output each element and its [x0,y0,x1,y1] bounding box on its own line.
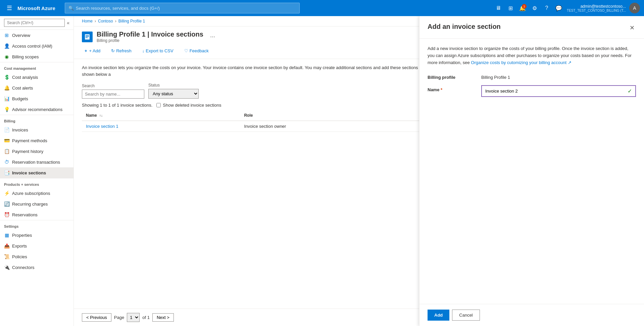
show-deleted-text: Show deleted invoice sections [163,103,221,108]
sidebar-search-input[interactable] [4,19,65,27]
top-navigation: ☰ Microsoft Azure 🔍 🖥 ⊞ 🔔 1 ⚙ ? 💬 admin@… [0,0,644,16]
input-check-icon: ✓ [628,88,632,94]
billing-profile-value: Billing Profile 1 [481,73,510,80]
sidebar-item-overview[interactable]: ⊞ Overview [0,30,73,41]
sidebar-item-cost-analysis[interactable]: 💲 Cost analysis [0,72,73,83]
required-marker: * [441,87,442,92]
export-csv-button[interactable]: ↓ Export to CSV [140,47,176,55]
search-filter-label: Search [82,84,144,88]
sidebar-item-connectors[interactable]: 🔌 Connectors [0,262,73,273]
nav-icons: 🖥 ⊞ 🔔 1 ⚙ ? 💬 admin@testtestcontoso... T… [493,3,640,13]
invoice-sections-icon: 📑 [4,170,9,175]
status-filter-select[interactable]: Any status Active Disabled Deleted [148,89,199,99]
sidebar-item-label: Budgets [12,96,28,101]
sidebar-item-label: Recurring charges [12,202,48,207]
hamburger-menu[interactable]: ☰ [4,3,15,13]
settings-icon[interactable]: ⚙ [529,3,540,13]
sidebar-item-payment-methods[interactable]: 💳 Payment methods [0,135,73,146]
page-subtitle: Billing profile [97,38,203,43]
payment-methods-icon: 💳 [4,138,9,143]
notification-badge: 1 [522,4,527,9]
feedback-button[interactable]: ♡ Feedback [182,47,211,55]
col-role: Role [240,110,435,121]
refresh-button[interactable]: ↻ Refresh [108,47,134,55]
feedback-icon[interactable]: 💬 [553,3,564,13]
sidebar-collapse-icon[interactable]: « [67,20,69,25]
show-deleted-label[interactable]: Show deleted invoice sections [156,103,221,108]
panel-description-link[interactable]: Organize costs by cutomizing your billin… [471,60,571,65]
reservations-icon: ⏰ [4,212,9,217]
sidebar-item-label: Connectors [12,265,34,270]
name-field: Name * ✓ [428,85,636,97]
global-search-input[interactable] [76,6,296,11]
sidebar-item-label: Exports [12,243,27,249]
name-search-input[interactable] [82,90,144,99]
name-input[interactable] [485,89,628,94]
sidebar-item-reservations[interactable]: ⏰ Reservations [0,209,73,220]
main-layout: « ⊞ Overview 👤 Access control (IAM) ◉ Bi… [0,16,644,326]
billing-profile-field: Billing profile Billing Profile 1 [428,73,636,80]
status-filter-label: Status [148,83,199,88]
sidebar-item-label: Invoice sections [12,170,46,175]
cloud-shell-icon[interactable]: 🖥 [493,3,504,13]
panel-add-button[interactable]: Add [428,310,449,321]
sidebar-item-invoices[interactable]: 📄 Invoices [0,124,73,135]
panel-body: Add a new invoice section to organize th… [419,39,644,304]
feedback-icon: ♡ [184,48,188,53]
show-deleted-checkbox[interactable] [156,103,161,107]
policies-icon: 📜 [4,254,9,259]
sidebar-item-properties[interactable]: ▦ Properties [0,230,73,240]
next-button[interactable]: Next > [152,313,174,322]
sidebar-item-advisor[interactable]: 💡 Advisor recommendations [0,104,73,115]
help-icon[interactable]: ? [541,3,552,13]
sidebar: « ⊞ Overview 👤 Access control (IAM) ◉ Bi… [0,16,74,326]
sidebar-item-policies[interactable]: 📜 Policies [0,251,73,262]
sidebar-item-cost-alerts[interactable]: 🔔 Cost alerts [0,83,73,93]
notifications-icon[interactable]: 🔔 1 [517,3,528,13]
panel-header: Add an invoice section ✕ [419,16,644,39]
invoices-icon: 📄 [4,127,9,132]
add-icon: + [85,48,87,53]
sidebar-item-label: Azure subscriptions [12,191,50,196]
global-search-bar[interactable]: 🔍 [65,3,300,13]
cost-analysis-icon: 💲 [4,74,9,80]
sidebar-item-payment-history[interactable]: 📋 Payment history [0,146,73,157]
add-button[interactable]: + + Add [82,47,103,55]
iam-icon: 👤 [4,43,9,49]
sidebar-item-billing-scopes[interactable]: ◉ Billing scopes [0,51,73,62]
sidebar-item-invoice-sections[interactable]: 📑 Invoice sections [0,167,73,178]
page-title: Billing Profile 1 | Invoice sections [97,31,203,38]
breadcrumb-contoso[interactable]: Contoso [98,19,113,23]
reservation-transactions-icon: ⏱ [4,159,9,165]
recurring-charges-icon: 🔄 [4,201,9,207]
col-name[interactable]: Name ↑↓ [82,110,240,121]
panel-close-button[interactable]: ✕ [628,23,636,33]
sidebar-item-label: Payment history [12,149,43,154]
invoice-icon [84,34,91,40]
search-icon: 🔍 [68,6,74,11]
sidebar-item-exports[interactable]: 📤 Exports [0,240,73,251]
breadcrumb-billing-profile[interactable]: Billing Profile 1 [118,19,145,23]
user-name: admin@testtestcontoso... [580,4,626,9]
sidebar-item-budgets[interactable]: 📊 Budgets [0,93,73,104]
breadcrumb-home[interactable]: Home [82,19,93,23]
directory-icon[interactable]: ⊞ [505,3,516,13]
sidebar-item-reservation-transactions[interactable]: ⏱ Reservation transactions [0,157,73,167]
user-avatar[interactable]: A [629,3,640,13]
of-pages-text: of 1 [142,315,150,320]
sidebar-item-iam[interactable]: 👤 Access control (IAM) [0,41,73,51]
sidebar-item-recurring-charges[interactable]: 🔄 Recurring charges [0,199,73,209]
svg-rect-0 [85,34,90,40]
previous-button[interactable]: < Previous [82,313,111,322]
sidebar-item-label: Policies [12,254,27,259]
row-name-cell: Invoice section 1 [82,121,240,132]
page-more-icon[interactable]: ··· [210,33,215,40]
breadcrumb-sep1: › [95,19,96,23]
invoice-section-link[interactable]: Invoice section 1 [86,124,118,129]
connectors-icon: 🔌 [4,265,9,270]
panel-cancel-button[interactable]: Cancel [452,310,480,321]
sidebar-item-label: Properties [12,233,32,238]
brand-name: Microsoft Azure [17,5,55,11]
sidebar-item-azure-subscriptions[interactable]: ⚡ Azure subscriptions [0,188,73,199]
page-select[interactable]: 1 [127,313,140,322]
